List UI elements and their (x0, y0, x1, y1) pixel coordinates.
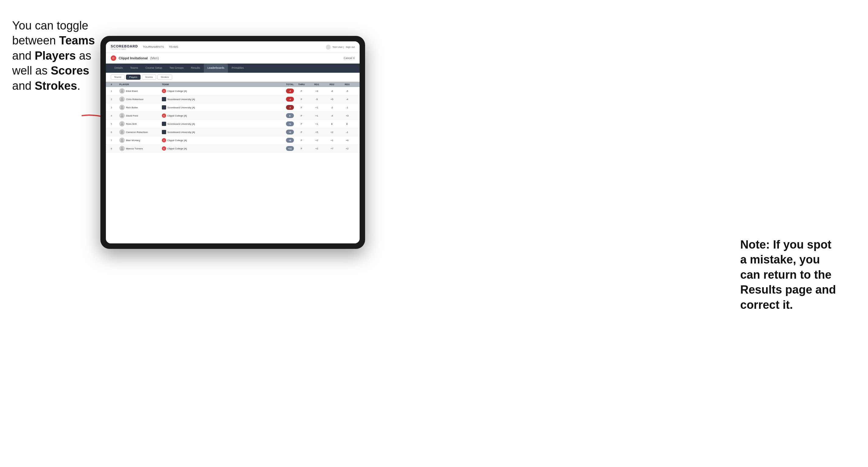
player-name: Rich Butler (126, 106, 138, 109)
powered-by: Powered by clippd (111, 48, 138, 50)
avatar-icon (120, 122, 124, 126)
tournament-title: Clippd Invitational (119, 56, 148, 60)
rank-cell: 2 (111, 98, 119, 101)
total-cell: +6 (270, 130, 294, 134)
filter-players[interactable]: Players (126, 74, 141, 80)
tab-leaderboards[interactable]: Leaderboards (204, 64, 228, 73)
player-cell: Blair McHarg (119, 137, 162, 143)
team-name: Scoreboard University [A] (167, 123, 195, 125)
total-badge: +11 (286, 146, 294, 151)
total-badge: -8 (286, 89, 294, 93)
rd3-cell: +6 (340, 139, 355, 142)
tab-teams[interactable]: Teams (127, 64, 142, 73)
team-name: Scoreboard University [A] (167, 98, 195, 101)
nav-links: TOURNAMENTS TEAMS (143, 44, 326, 50)
avatar-icon (120, 138, 124, 143)
avatar-icon (120, 146, 124, 151)
team-cell: C Clippd College [A] (162, 89, 270, 93)
nav-right: Test User | Sign out (326, 45, 355, 50)
col-player: PLAYER (119, 83, 162, 86)
team-logo (162, 97, 166, 101)
rank-cell: 8 (111, 147, 119, 150)
annotation-right-text: Note: If you spota mistake, youcan retur… (740, 238, 836, 311)
table-row: 6 Cameron Robertson Scoreboard Universit… (106, 128, 360, 136)
avatar-icon (120, 89, 124, 93)
col-rd3: RD3 (340, 83, 355, 86)
player-name: Marcus Turners (126, 147, 143, 150)
table-row: 5 Rees Britt Scoreboard University [A] +… (106, 120, 360, 128)
total-badge: -2 (286, 105, 294, 110)
player-cell: David Ford (119, 113, 162, 118)
avatar-icon (120, 97, 124, 101)
nav-sign-out[interactable]: Sign out (346, 45, 355, 49)
annotation-line3: and Players as (12, 49, 91, 62)
total-badge: -4 (286, 97, 294, 102)
team-logo (162, 105, 166, 110)
nav-teams[interactable]: TEAMS (169, 44, 178, 50)
nav-avatar (326, 45, 331, 50)
rank-cell: 3 (111, 106, 119, 109)
svg-point-0 (121, 89, 123, 91)
col-rd2: RD2 (324, 83, 340, 86)
tab-tee-groups[interactable]: Tee Groups (166, 64, 187, 73)
total-cell: -8 (270, 89, 294, 93)
total-cell: +1 (270, 121, 294, 126)
total-badge: +1 (286, 121, 294, 126)
sub-filters: Teams Players Scores Strokes (106, 73, 360, 82)
team-logo (162, 130, 166, 134)
tournament-header: C Clippd Invitational (Men) Cancel X (106, 53, 360, 64)
player-name: Elliot Ebert (126, 90, 138, 92)
thru-cell: F (294, 123, 309, 125)
rd2-cell: +5 (324, 98, 340, 101)
rank-cell: 6 (111, 131, 119, 133)
rd1-cell: +2 (309, 139, 324, 142)
table-row: 1 Elliot Ebert C Clippd College [A] -8 F… (106, 87, 360, 95)
player-cell: Cameron Robertson (119, 129, 162, 135)
thru-cell: F (294, 106, 309, 109)
rd2-cell: +7 (324, 147, 340, 150)
player-avatar (119, 105, 125, 110)
table-row: 7 Blair McHarg C Clippd College [A] +8 F… (106, 136, 360, 145)
team-logo: C (162, 89, 166, 93)
player-cell: Marcus Turners (119, 146, 162, 151)
col-team: TEAM (162, 83, 270, 86)
logo-text: SCOREBOARD (111, 44, 138, 48)
nav-tournaments[interactable]: TOURNAMENTS (143, 44, 164, 50)
tournament-name: C Clippd Invitational (Men) (111, 55, 159, 61)
tournament-gender: (Men) (150, 56, 159, 60)
total-cell: +11 (270, 146, 294, 151)
total-cell: +8 (270, 138, 294, 143)
filter-strokes[interactable]: Strokes (157, 74, 172, 80)
tab-results[interactable]: Results (187, 64, 204, 73)
tab-details[interactable]: Details (111, 64, 127, 73)
player-cell: Rich Butler (119, 105, 162, 110)
filter-scores[interactable]: Scores (142, 74, 156, 80)
svg-point-3 (121, 114, 123, 116)
team-name: Clippd College [A] (167, 115, 187, 117)
tab-course-setup[interactable]: Course Setup (142, 64, 166, 73)
annotation-line2: between Teams (12, 34, 95, 47)
thru-cell: F (294, 131, 309, 133)
player-avatar (119, 88, 125, 94)
avatar-icon (120, 114, 124, 118)
filter-teams[interactable]: Teams (111, 74, 125, 80)
player-name: David Ford (126, 115, 138, 117)
rd3-cell: E (340, 123, 355, 125)
thru-cell: F (294, 90, 309, 92)
player-cell: Rees Britt (119, 121, 162, 127)
annotation-right: Note: If you spota mistake, youcan retur… (740, 237, 856, 312)
cancel-button[interactable]: Cancel X (343, 57, 355, 60)
tab-printables[interactable]: Printables (228, 64, 247, 73)
total-badge: E (286, 113, 294, 118)
team-name: Clippd College [A] (167, 139, 187, 142)
annotation-line5: and Strokes. (12, 80, 80, 92)
svg-point-1 (121, 98, 123, 99)
team-cell: C Clippd College [A] (162, 146, 270, 151)
col-thru: THRU (294, 83, 309, 86)
svg-point-5 (121, 130, 123, 132)
rd3-cell: -1 (340, 131, 355, 133)
team-logo: C (162, 114, 166, 118)
total-cell: E (270, 113, 294, 118)
col-rank: # (111, 83, 119, 86)
rd1-cell: +5 (309, 131, 324, 133)
